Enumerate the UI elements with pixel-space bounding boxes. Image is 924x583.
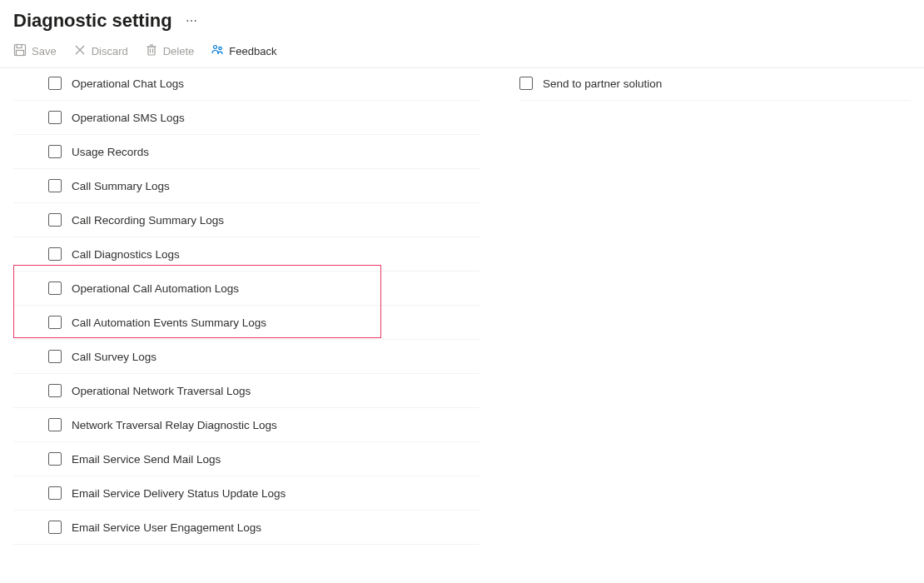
save-button[interactable]: Save: [13, 43, 57, 59]
checkbox-call-automation-events-summary[interactable]: [48, 316, 62, 329]
log-label: Email Service Send Mail Logs: [72, 453, 221, 466]
toolbar: Save Discard Delete Feedback: [0, 38, 924, 68]
checkbox-operational-sms[interactable]: [48, 111, 62, 124]
log-label: Call Summary Logs: [72, 180, 170, 192]
checkbox-call-summary[interactable]: [48, 179, 62, 192]
log-row-email-service-delivery-status: Email Service Delivery Status Update Log…: [13, 476, 479, 511]
close-icon: [73, 43, 87, 59]
log-label: Network Traversal Relay Diagnostic Logs: [72, 419, 277, 431]
log-row-network-traversal-relay-diagnostic: Network Traversal Relay Diagnostic Logs: [13, 408, 479, 442]
log-label: Operational Call Automation Logs: [72, 282, 239, 295]
log-label: Operational SMS Logs: [72, 112, 185, 124]
more-icon[interactable]: ⋯: [186, 14, 198, 27]
checkbox-email-service-delivery-status[interactable]: [48, 486, 62, 500]
log-row-call-diagnostics: Call Diagnostics Logs: [13, 237, 479, 272]
checkbox-call-diagnostics[interactable]: [48, 247, 62, 261]
checkbox-call-survey[interactable]: [48, 350, 62, 363]
log-categories-column: Operational Chat Logs Operational SMS Lo…: [13, 68, 479, 545]
log-label: Call Recording Summary Logs: [72, 214, 224, 227]
log-label: Email Service User Engagement Logs: [72, 521, 261, 534]
svg-point-11: [219, 47, 221, 49]
log-label: Call Automation Events Summary Logs: [72, 316, 266, 329]
log-row-operational-call-automation: Operational Call Automation Logs: [13, 272, 479, 306]
log-row-operational-sms: Operational SMS Logs: [13, 101, 479, 135]
page-header: Diagnostic setting ⋯: [0, 0, 924, 38]
partner-label: Send to partner solution: [543, 77, 662, 90]
log-row-call-summary: Call Summary Logs: [13, 169, 479, 203]
checkbox-email-service-user-engagement[interactable]: [48, 521, 62, 534]
log-label: Call Diagnostics Logs: [72, 248, 180, 261]
log-label: Call Survey Logs: [72, 351, 156, 363]
discard-button[interactable]: Discard: [73, 43, 128, 59]
log-label: Operational Network Traversal Logs: [72, 385, 251, 397]
discard-label: Discard: [92, 45, 128, 57]
page-title: Diagnostic setting: [13, 10, 172, 32]
svg-rect-2: [17, 51, 24, 56]
delete-label: Delete: [163, 45, 195, 57]
destination-column: Send to partner solution: [479, 68, 911, 545]
log-row-call-recording-summary: Call Recording Summary Logs: [13, 203, 479, 237]
log-row-operational-network-traversal: Operational Network Traversal Logs: [13, 374, 479, 408]
svg-point-10: [214, 46, 217, 49]
checkbox-email-service-send-mail[interactable]: [48, 452, 62, 466]
partner-solution-row: Send to partner solution: [519, 68, 911, 101]
checkbox-operational-chat[interactable]: [48, 77, 62, 90]
log-row-call-automation-events-summary: Call Automation Events Summary Logs: [13, 306, 479, 340]
log-label: Usage Records: [72, 146, 149, 158]
save-label: Save: [32, 45, 57, 57]
checkbox-usage-records[interactable]: [48, 145, 62, 158]
feedback-button[interactable]: Feedback: [211, 43, 276, 59]
log-row-call-survey: Call Survey Logs: [13, 340, 479, 374]
log-label: Email Service Delivery Status Update Log…: [72, 487, 286, 500]
log-row-email-service-user-engagement: Email Service User Engagement Logs: [13, 511, 479, 545]
svg-rect-5: [148, 47, 155, 55]
log-row-usage-records: Usage Records: [13, 135, 479, 169]
checkbox-operational-network-traversal[interactable]: [48, 384, 62, 397]
checkbox-operational-call-automation[interactable]: [48, 282, 62, 295]
checkbox-call-recording-summary[interactable]: [48, 213, 62, 227]
trash-icon: [145, 43, 158, 59]
save-icon: [13, 43, 27, 59]
delete-button[interactable]: Delete: [145, 43, 195, 59]
content-area: Operational Chat Logs Operational SMS Lo…: [0, 68, 924, 545]
feedback-icon: [211, 43, 224, 59]
log-label: Operational Chat Logs: [72, 77, 184, 90]
log-row-operational-chat: Operational Chat Logs: [13, 68, 479, 101]
checkbox-send-to-partner[interactable]: [519, 77, 533, 90]
log-row-email-service-send-mail: Email Service Send Mail Logs: [13, 442, 479, 476]
checkbox-network-traversal-relay-diagnostic[interactable]: [48, 418, 62, 431]
feedback-label: Feedback: [229, 45, 276, 57]
svg-rect-1: [17, 45, 22, 48]
